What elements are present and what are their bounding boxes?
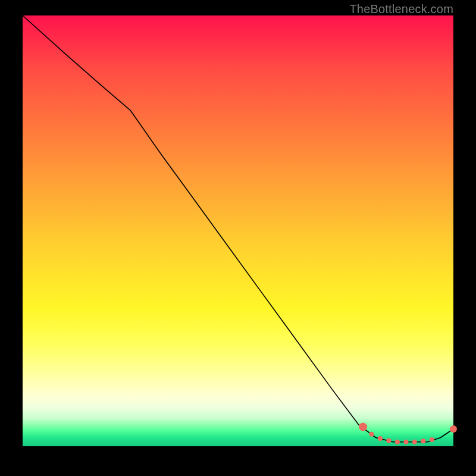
marker-point (395, 440, 400, 444)
marker-point (430, 437, 434, 442)
chart-frame: TheBottleneck.com (0, 0, 476, 476)
marker-point (403, 440, 408, 444)
marker-group (359, 422, 457, 444)
chart-overlay (23, 15, 453, 446)
marker-point (369, 432, 374, 437)
marker-point (412, 440, 417, 444)
marker-point (386, 439, 391, 443)
marker-point (421, 439, 425, 443)
bottleneck-curve (23, 15, 453, 442)
marker-point (361, 424, 365, 429)
marker-cap-end (450, 425, 457, 433)
watermark-text: TheBottleneck.com (349, 2, 453, 16)
marker-point (378, 436, 383, 441)
